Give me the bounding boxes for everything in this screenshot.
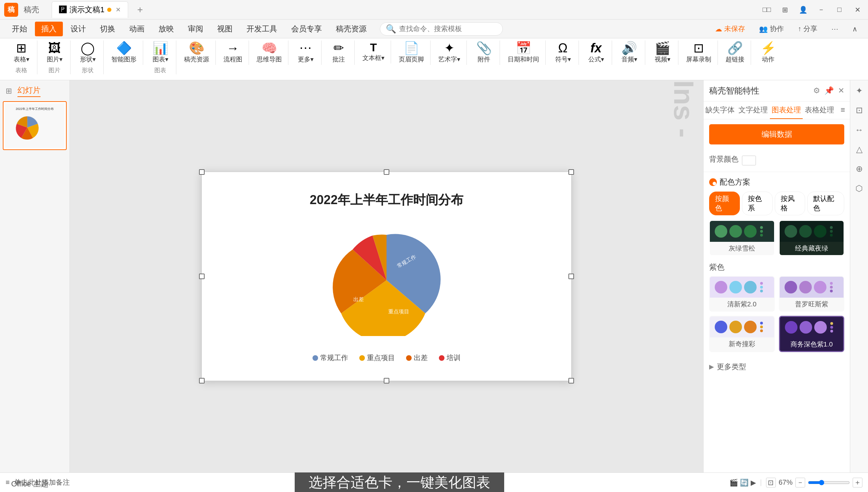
handle-ml[interactable] bbox=[199, 274, 205, 279]
close-button[interactable]: ✕ bbox=[851, 3, 864, 16]
handle-tl[interactable] bbox=[199, 169, 205, 175]
slide-thumbnail-1[interactable]: 2022年上半年工作时间分布 bbox=[3, 101, 67, 150]
add-tab-button[interactable]: + bbox=[134, 3, 146, 16]
play-controls[interactable]: 🎬 🔄 ▶ bbox=[729, 478, 756, 487]
menu-view[interactable]: 视图 bbox=[211, 22, 239, 36]
menu-resource[interactable]: 稿壳资源 bbox=[330, 22, 373, 36]
ribbon-image-btn[interactable]: 🖼 图片▾ bbox=[42, 40, 67, 65]
more-types-header[interactable]: ▶ 更多类型 bbox=[709, 358, 844, 375]
tab-chart-process[interactable]: 图表处理 bbox=[770, 102, 803, 119]
dot-ng3 bbox=[830, 234, 833, 237]
legend-label-regular: 常规工作 bbox=[320, 353, 348, 363]
scheme-tab-default[interactable]: 默认配色 bbox=[807, 192, 844, 215]
ribbon-datetime-btn[interactable]: 📅 日期和时间 bbox=[505, 40, 542, 65]
pin-icon[interactable]: 📌 bbox=[824, 86, 834, 95]
strip-star-icon[interactable]: ✦ bbox=[853, 84, 866, 97]
theme-card-colorful[interactable]: 新奇撞彩 bbox=[709, 316, 775, 352]
theme-card-dark-purple[interactable]: 商务深色紫1.0 bbox=[779, 316, 845, 352]
menu-design[interactable]: 设计 bbox=[64, 22, 92, 36]
document-tab[interactable]: 🅿 演示文稿1 ✕ bbox=[52, 1, 128, 18]
settings-icon[interactable]: ⚙ bbox=[813, 86, 820, 95]
theme-card-graygreen-inner bbox=[710, 221, 774, 242]
dot2 bbox=[760, 230, 763, 233]
notes-icon[interactable]: ≡ bbox=[6, 478, 10, 486]
strip-plus-icon[interactable]: ⊕ bbox=[853, 163, 866, 175]
zoom-slider[interactable] bbox=[808, 480, 850, 485]
tab-table-process[interactable]: 表格处理 bbox=[803, 102, 836, 119]
ribbon-action-btn[interactable]: ⚡ 动作 bbox=[756, 40, 780, 65]
ribbon-more-btn[interactable]: ⋯ 更多▾ bbox=[293, 40, 318, 65]
tab-close-icon[interactable]: ✕ bbox=[116, 6, 121, 14]
close-panel-icon[interactable]: ✕ bbox=[838, 86, 844, 95]
scheme-tab-style[interactable]: 按风格 bbox=[775, 192, 806, 215]
save-button[interactable]: ☁ 未保存 bbox=[710, 23, 750, 35]
edit-data-button[interactable]: 编辑数据 bbox=[709, 124, 844, 144]
scheme-tab-color[interactable]: 按颜色 bbox=[709, 192, 740, 215]
theme-card-purple2[interactable]: 普罗旺斯紫 bbox=[779, 276, 845, 312]
minimize-button[interactable]: － bbox=[815, 3, 827, 16]
menu-home[interactable]: 开始 bbox=[6, 22, 34, 36]
ribbon-video-btn[interactable]: 🎬 视频▾ bbox=[650, 40, 675, 65]
zoom-out-button[interactable]: － bbox=[795, 478, 805, 487]
strip-hex-icon[interactable]: ⬡ bbox=[853, 182, 866, 195]
ribbon-screenrec-btn[interactable]: ⊡ 屏幕录制 bbox=[683, 40, 714, 65]
strip-triangle-icon[interactable]: △ bbox=[853, 143, 866, 156]
tab-missing-font[interactable]: 缺失字体 bbox=[704, 102, 737, 119]
more-button[interactable]: ⋯ bbox=[826, 23, 843, 35]
user-avatar[interactable]: 👤 bbox=[797, 3, 809, 16]
outline-tab[interactable]: ⊞ bbox=[6, 87, 12, 96]
tab-text-process[interactable]: 文字处理 bbox=[737, 102, 770, 119]
theme-card-purple1[interactable]: 清新紫2.0 bbox=[709, 276, 775, 312]
ribbon-shape-btn[interactable]: ◯ 形状▾ bbox=[75, 40, 100, 65]
handle-tr[interactable] bbox=[568, 169, 574, 175]
ribbon-hyperlink-btn[interactable]: 🔗 超链接 bbox=[723, 40, 747, 65]
ribbon-table-btn[interactable]: ⊞ 表格▾ bbox=[9, 40, 34, 65]
menu-developer[interactable]: 开发工具 bbox=[240, 22, 284, 36]
slide-canvas[interactable]: 2022年上半年工作时间分布 bbox=[201, 172, 572, 381]
slides-tab[interactable]: 幻灯片 bbox=[17, 85, 41, 97]
collaborate-button[interactable]: 👥 协作 bbox=[754, 23, 789, 35]
ribbon-audio-btn[interactable]: 🔊 音频▾ bbox=[617, 40, 641, 65]
maximize-button[interactable]: □ bbox=[833, 3, 846, 16]
ribbon-group-formula: fx 公式▾ bbox=[580, 40, 612, 65]
menu-insert[interactable]: 插入 bbox=[35, 22, 63, 36]
ribbon-attachment-btn[interactable]: 📎 附件 bbox=[472, 40, 496, 65]
ribbon-resource-btn[interactable]: 🎨 稿壳资源 bbox=[181, 40, 212, 65]
handle-bl[interactable] bbox=[199, 378, 205, 383]
ribbon-formula-btn[interactable]: fx 公式▾ bbox=[584, 40, 608, 65]
search-bar[interactable]: 🔍 bbox=[380, 22, 503, 36]
strip-arrows-icon[interactable]: ↔ bbox=[853, 124, 866, 136]
ribbon-mindmap-btn[interactable]: 🧠 思维导图 bbox=[254, 40, 285, 65]
ribbon-smartart-btn[interactable]: 🔷 智能图形 bbox=[109, 40, 139, 65]
ribbon-wordart-btn[interactable]: ✦ 艺术字▾ bbox=[435, 40, 463, 65]
menu-review[interactable]: 审阅 bbox=[182, 22, 209, 36]
zoom-fit-icon[interactable]: ⊡ bbox=[766, 478, 776, 487]
canvas-area[interactable]: 2022年上半年工作时间分布 bbox=[70, 80, 703, 472]
handle-bm[interactable] bbox=[384, 378, 389, 383]
zoom-in-button[interactable]: ＋ bbox=[853, 478, 862, 487]
scheme-tab-series[interactable]: 按色系 bbox=[742, 192, 773, 215]
bg-color-picker[interactable] bbox=[742, 156, 756, 165]
grid-view[interactable]: ⊞ bbox=[779, 3, 791, 16]
ribbon-textbox-btn[interactable]: T 文本框▾ bbox=[360, 40, 387, 64]
theme-card-nightgreen[interactable]: 经典藏夜绿 bbox=[779, 220, 845, 256]
ribbon-comment-btn[interactable]: ✏ 批注 bbox=[326, 40, 351, 65]
ribbon-flowchart-btn[interactable]: → 流程图 bbox=[221, 40, 245, 65]
tab-more[interactable]: ≡ bbox=[836, 102, 850, 119]
ribbon-chart-btn[interactable]: 📊 图表▾ bbox=[148, 40, 172, 65]
view-toggle[interactable]: □□ bbox=[760, 3, 773, 16]
collapse-ribbon-button[interactable]: ∧ bbox=[847, 23, 862, 35]
search-input[interactable] bbox=[399, 25, 497, 33]
menu-transition[interactable]: 切换 bbox=[94, 22, 122, 36]
ribbon-header-btn[interactable]: 📄 页眉页脚 bbox=[396, 40, 427, 65]
handle-br[interactable] bbox=[568, 378, 574, 383]
share-button[interactable]: ↑ 分享 bbox=[793, 23, 822, 35]
menu-vip[interactable]: 会员专享 bbox=[285, 22, 328, 36]
handle-mr[interactable] bbox=[568, 274, 574, 279]
ribbon-symbol-btn[interactable]: Ω 符号▾ bbox=[551, 40, 575, 65]
theme-card-graygreen[interactable]: 灰绿雪松 bbox=[709, 220, 775, 256]
handle-tm[interactable] bbox=[384, 169, 389, 175]
menu-animation[interactable]: 动画 bbox=[123, 22, 151, 36]
menu-slideshow[interactable]: 放映 bbox=[152, 22, 180, 36]
strip-square-icon[interactable]: ⊡ bbox=[853, 104, 866, 117]
